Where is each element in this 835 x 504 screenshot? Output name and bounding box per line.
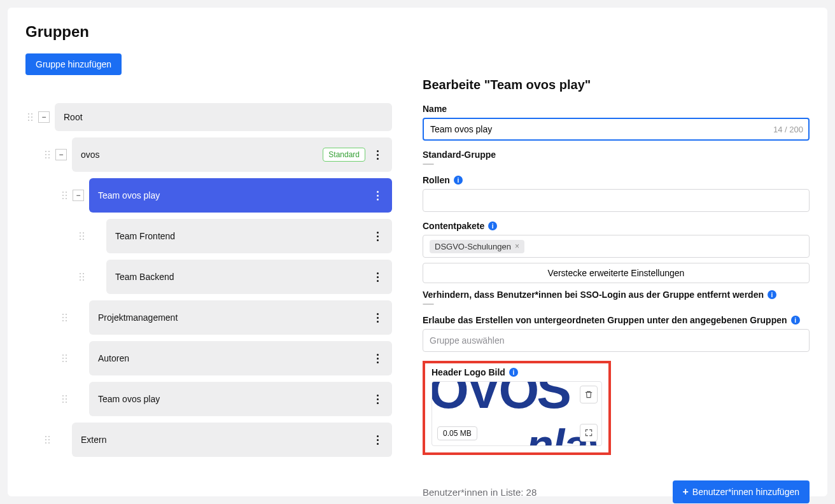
collapse-button[interactable]: − <box>38 111 50 123</box>
standard-group-checkbox[interactable] <box>423 164 434 165</box>
info-icon[interactable]: i <box>454 176 463 185</box>
tree-node-label: Extern <box>81 435 106 445</box>
char-count: 14 / 200 <box>773 125 803 134</box>
drag-handle-icon[interactable] <box>60 392 69 406</box>
drag-handle-icon[interactable] <box>60 188 69 202</box>
drag-handle-icon[interactable] <box>60 311 69 325</box>
expand-image-button[interactable] <box>580 424 598 442</box>
header-logo-label: Header Logo Bild <box>432 367 505 377</box>
sso-prevent-label: Verhindern, dass Benutzer*innen bei SSO-… <box>423 290 764 300</box>
standard-badge: Standard <box>323 148 365 162</box>
contentpakete-input[interactable]: DSGVO-Schulungen × <box>423 235 810 258</box>
tree-node-projektmanagement[interactable]: Projektmanagement <box>89 300 392 335</box>
page-title: Gruppen <box>25 23 810 41</box>
delete-image-button[interactable] <box>580 386 598 403</box>
more-menu-button[interactable] <box>372 391 383 407</box>
standard-group-label: Standard-Gruppe <box>423 150 810 160</box>
collapse-button[interactable]: − <box>73 190 84 201</box>
remove-tag-icon[interactable]: × <box>515 242 519 251</box>
drag-handle-icon[interactable] <box>77 270 86 284</box>
plus-icon: + <box>683 486 689 498</box>
tree-node-team-ovos-play-2[interactable]: Team ovos play <box>89 382 392 416</box>
more-menu-button[interactable] <box>372 309 383 326</box>
tree-node-team-backend[interactable]: Team Backend <box>106 260 392 294</box>
more-menu-button[interactable] <box>372 228 383 244</box>
group-tree: − Root − ovos Standard <box>25 103 392 457</box>
tree-node-ovos[interactable]: ovos Standard <box>72 137 392 172</box>
tree-node-label: Team ovos play <box>98 394 160 404</box>
name-input[interactable] <box>423 118 810 141</box>
more-menu-button[interactable] <box>372 431 383 448</box>
tree-node-label: Team ovos play <box>98 190 160 200</box>
group-select-placeholder: Gruppe auswählen <box>430 335 505 346</box>
drag-handle-icon[interactable] <box>60 351 69 365</box>
tree-node-label: Autoren <box>98 353 129 363</box>
image-size-badge: 0.05 MB <box>437 426 477 440</box>
info-icon[interactable]: i <box>488 221 497 230</box>
info-icon[interactable]: i <box>791 316 800 325</box>
group-select-input[interactable]: Gruppe auswählen <box>423 329 810 352</box>
more-menu-button[interactable] <box>372 350 383 367</box>
tree-node-label: Team Backend <box>115 272 174 282</box>
tree-node-extern[interactable]: Extern <box>72 423 392 457</box>
drag-handle-icon[interactable] <box>43 148 52 162</box>
tree-node-label: Root <box>64 112 83 122</box>
add-users-label: Benutzer*innen hinzufügen <box>692 487 799 497</box>
sso-prevent-checkbox[interactable] <box>423 304 434 305</box>
hide-extended-settings-button[interactable]: Verstecke erweiterte Einstellungen <box>423 263 810 283</box>
tree-node-team-ovos-play[interactable]: Team ovos play <box>89 178 392 213</box>
more-menu-button[interactable] <box>372 269 383 285</box>
tree-node-label: ovos <box>81 150 100 160</box>
tree-node-label: Team Frontend <box>115 231 175 241</box>
content-package-tag: DSGVO-Schulungen × <box>430 240 524 253</box>
more-menu-button[interactable] <box>372 146 383 163</box>
allow-subgroups-label: Erlaube das Erstellen von untergeordnete… <box>423 315 787 325</box>
collapse-button[interactable]: − <box>55 149 67 160</box>
drag-handle-icon[interactable] <box>77 229 86 243</box>
tag-label: DSGVO-Schulungen <box>435 242 511 251</box>
roles-label: Rollen <box>423 175 450 185</box>
tree-node-team-frontend[interactable]: Team Frontend <box>106 219 392 253</box>
edit-panel-title: Bearbeite "Team ovos play" <box>423 78 810 92</box>
tree-node-root[interactable]: Root <box>55 103 392 131</box>
contentpakete-label: Contentpakete <box>423 221 484 231</box>
more-menu-button[interactable] <box>372 187 383 204</box>
name-label: Name <box>423 104 810 114</box>
add-group-button[interactable]: Gruppe hinzufügen <box>25 53 122 75</box>
header-logo-section: Header Logo Bild i OVOS nlav 0.05 MB <box>423 361 611 455</box>
user-count-text: Benutzer*innen in Liste: 28 <box>423 487 537 498</box>
tree-node-autoren[interactable]: Autoren <box>89 341 392 375</box>
add-users-button[interactable]: + Benutzer*innen hinzufügen <box>673 480 810 503</box>
drag-handle-icon[interactable] <box>43 433 52 447</box>
info-icon[interactable]: i <box>509 368 518 377</box>
header-logo-preview: OVOS nlav 0.05 MB <box>432 381 602 446</box>
drag-handle-icon[interactable] <box>25 110 34 124</box>
tree-node-label: Projektmanagement <box>98 312 178 323</box>
roles-input[interactable] <box>423 189 810 212</box>
info-icon[interactable]: i <box>768 290 776 299</box>
